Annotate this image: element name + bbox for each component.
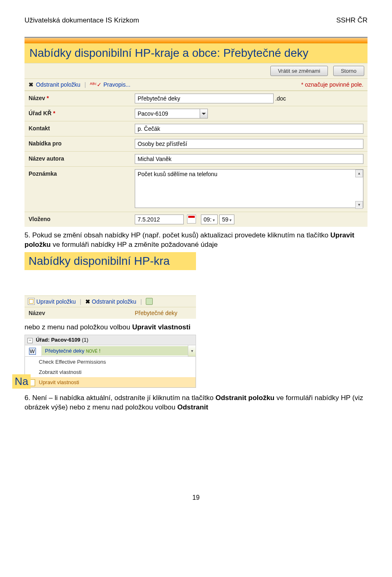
- form-buttons-row: Vrátit se změnami Storno: [24, 63, 368, 78]
- menu-check-permissions[interactable]: Check Effective Permissions: [25, 357, 196, 367]
- minute-select[interactable]: 59: [219, 215, 234, 224]
- doc-paragraph-5b: nebo z menu nad položkou volbou Upravit …: [24, 323, 368, 332]
- pozn-textarea[interactable]: [135, 169, 363, 208]
- item-toolbar: Upravit položku | ✖ Odstranit položku |: [24, 295, 196, 307]
- item-dropdown-icon[interactable]: ▾: [188, 345, 196, 356]
- file-ext: .doc: [275, 95, 286, 102]
- context-menu: Check Effective Permissions Zobrazit vla…: [24, 357, 196, 388]
- screenshot-form-edit: Nabídky disponibilní HP-kraje a obce: Př…: [24, 37, 368, 227]
- spellcheck-link[interactable]: Pravopis...: [103, 81, 130, 88]
- date-input[interactable]: [135, 215, 184, 224]
- urad-select[interactable]: Pacov-6109: [135, 109, 200, 119]
- dropdown-icon[interactable]: [200, 109, 208, 119]
- autor-label: Název autora: [29, 154, 135, 162]
- header-left: Uživatelská dokumentace IS Krizkom: [24, 16, 139, 25]
- item-link[interactable]: Přebytečné deky: [45, 348, 85, 354]
- edit-icon: [28, 298, 35, 305]
- form-body: Název * .doc Úřad KŘ * Pacov-6109 Kontak…: [24, 91, 368, 227]
- kontakt-input[interactable]: [135, 124, 363, 134]
- nabpro-input[interactable]: [135, 139, 363, 149]
- revert-button[interactable]: Vrátit se změnami: [270, 66, 328, 76]
- collapse-icon[interactable]: −: [27, 338, 33, 343]
- form-title: Nabídky disponibilní HP-kraje a obce: Př…: [29, 47, 308, 59]
- edit-item-link[interactable]: Upravit položku: [36, 298, 76, 305]
- name-value-2: Přebytečné deky: [135, 310, 177, 316]
- delete-icon: ✖: [29, 81, 33, 88]
- required-note: * označuje povinné pole.: [301, 81, 363, 88]
- pozn-label: Poznámka: [29, 169, 135, 177]
- cancel-button[interactable]: Storno: [333, 66, 364, 76]
- form-title-2: Nabídky disponibilní HP-kra: [29, 255, 170, 267]
- name-label-2: Název: [29, 310, 135, 316]
- remove-item-link-2[interactable]: Odstranit položku: [92, 298, 136, 305]
- spellcheck-icon: ᴬᴮᶜ✓: [90, 81, 102, 88]
- kontakt-label: Kontakt: [29, 124, 135, 132]
- word-doc-icon: W: [29, 348, 36, 355]
- urad-label: Úřad KŘ: [29, 110, 51, 116]
- scroll-down-icon[interactable]: ▾: [355, 201, 363, 209]
- name-label: Název: [29, 95, 45, 101]
- remove-item-link[interactable]: Odstranit položku: [36, 81, 80, 88]
- name-input[interactable]: [135, 94, 274, 103]
- page-header: Uživatelská dokumentace IS Krizkom SSHR …: [24, 16, 368, 25]
- delete-icon: ✖: [85, 298, 90, 305]
- toolbar-left: ✖ Odstranit položku | ᴬᴮᶜ✓ Pravopis...: [29, 81, 130, 88]
- form-toolbar: ✖ Odstranit položku | ᴬᴮᶜ✓ Pravopis... *…: [24, 78, 368, 91]
- hour-select[interactable]: 09:: [201, 215, 218, 224]
- vlozeno-label: Vloženo: [29, 215, 135, 222]
- header-right: SSHR ČR: [336, 16, 368, 25]
- ribbon-accent: [24, 38, 368, 43]
- calendar-icon[interactable]: [187, 215, 196, 224]
- truncated-title-fragment: Na: [12, 374, 31, 389]
- doc-paragraph-5: 5. Pokud se změní obsah nabídky HP (např…: [24, 231, 368, 250]
- users-icon: [146, 298, 153, 305]
- scroll-up-icon[interactable]: ▴: [355, 170, 363, 177]
- screenshot-item-header: Nabídky disponibilní HP-kra Upravit polo…: [24, 252, 196, 319]
- group-header[interactable]: − Úřad: Pacov-6109 (1): [24, 335, 196, 345]
- menu-edit-properties[interactable]: Upravit vlastnosti: [25, 377, 196, 387]
- toolbar-sep: |: [85, 81, 86, 88]
- doc-paragraph-6: 6. Není – li nabídka aktuální, odstranít…: [24, 394, 368, 412]
- autor-input[interactable]: [135, 154, 363, 164]
- list-item: W Přebytečné deky NOVÉ ! ▾: [24, 345, 196, 357]
- page-number: 19: [24, 494, 368, 501]
- new-badge: NOVÉ: [86, 349, 97, 353]
- screenshot-context-menu: − Úřad: Pacov-6109 (1) W Přebytečné deky…: [24, 335, 196, 388]
- nabpro-label: Nabídka pro: [29, 139, 135, 147]
- form-title-bar-2: Nabídky disponibilní HP-kra: [24, 252, 196, 270]
- form-title-bar: Nabídky disponibilní HP-kraje a obce: Př…: [24, 43, 368, 63]
- menu-view-properties[interactable]: Zobrazit vlastnosti: [25, 367, 196, 377]
